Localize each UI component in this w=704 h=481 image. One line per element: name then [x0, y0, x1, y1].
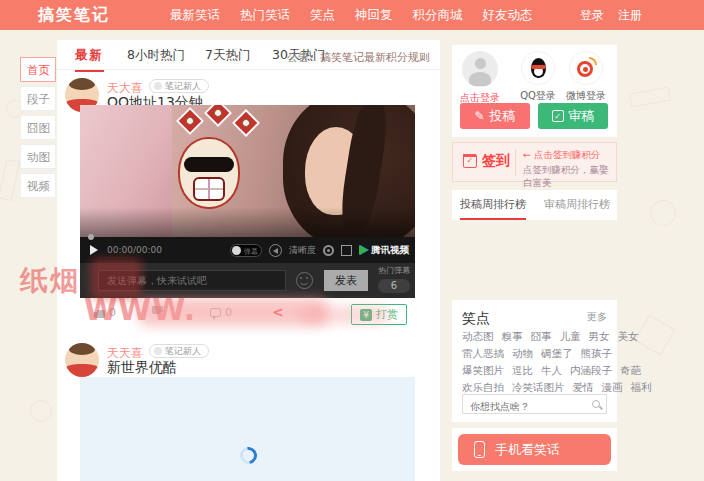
- auth-links: 登录 注册: [580, 0, 642, 30]
- brand-logo[interactable]: 腾讯视频: [359, 244, 409, 257]
- hot-danmaku-label: 热门弹幕: [376, 265, 412, 276]
- weibo-login-label: 微博登录: [564, 89, 608, 103]
- tag-link[interactable]: 糗事: [502, 330, 523, 342]
- tag-link[interactable]: 冷笑话图片: [512, 381, 565, 393]
- tag-link[interactable]: 内涵段子: [570, 364, 612, 376]
- danmaku-send-button[interactable]: 发表: [324, 270, 368, 291]
- post2-title[interactable]: 新世界优酷: [107, 359, 177, 377]
- tag-link[interactable]: 熊孩子: [581, 347, 613, 359]
- login-link[interactable]: 登录: [580, 7, 604, 24]
- doodle-decoration: [629, 87, 671, 108]
- login-panel: 点击登录 QQ登录 微博登录 ✎投稿 ✓审稿: [452, 45, 617, 137]
- nav-item-hot-jokes[interactable]: 热门笑话: [230, 0, 300, 30]
- review-post-button[interactable]: ✓审稿: [538, 103, 608, 129]
- tag-link[interactable]: 逗比: [512, 364, 533, 376]
- tag-link[interactable]: 福利: [631, 381, 652, 393]
- checkin-button[interactable]: 签到: [463, 152, 510, 170]
- thumbs-up-icon: [94, 308, 105, 318]
- tag-link[interactable]: 漫画: [602, 381, 623, 393]
- qq-login[interactable]: QQ登录: [516, 51, 560, 103]
- nav-item-god-replies[interactable]: 神回复: [345, 0, 403, 30]
- tag-link[interactable]: 奇葩: [620, 364, 641, 376]
- review-label: 审稿: [569, 107, 595, 125]
- checkin-earn-points-link[interactable]: ← 点击签到赚积分: [523, 149, 600, 162]
- comment-icon: [210, 308, 221, 317]
- sidebar-item-gifs[interactable]: 动图: [20, 144, 56, 169]
- comment-count: 0: [225, 306, 232, 319]
- tag-link[interactable]: 牛人: [541, 364, 562, 376]
- tags-panel: 笑点 更多 动态图糗事囧事儿童男女美女 雷人恶搞动物碉堡了熊孩子 爆笑图片逗比牛…: [452, 300, 617, 422]
- search-icon[interactable]: [592, 400, 600, 408]
- checkin-label: 签到: [482, 152, 510, 170]
- feed-tabs: 最新 8小时热门 7天热门 30天热门 公告：搞笑笔记最新积分规则: [57, 40, 440, 70]
- tag-link[interactable]: 男女: [589, 330, 610, 342]
- tag-row: 动态图糗事囧事儿童男女美女: [462, 328, 607, 345]
- register-link[interactable]: 注册: [618, 7, 642, 24]
- site-logo[interactable]: 搞笑笔记: [38, 0, 110, 30]
- badge-label: 笔记新人: [165, 345, 201, 357]
- sidebar-item-duanzi[interactable]: 段子: [20, 86, 56, 111]
- tag-link[interactable]: 美女: [618, 330, 639, 342]
- danmaku-input[interactable]: [98, 270, 286, 291]
- doodle-decoration: [635, 315, 676, 356]
- tab-8h-hot[interactable]: 8小时热门: [127, 47, 185, 64]
- user-avatar-placeholder[interactable]: [462, 51, 498, 87]
- tag-link[interactable]: 儿童: [560, 330, 581, 342]
- nav-item-points-mall[interactable]: 积分商城: [403, 0, 473, 30]
- play-button[interactable]: [90, 245, 98, 255]
- danmaku-settings-icon[interactable]: [269, 244, 282, 257]
- sidebar-item-videos[interactable]: 视频: [20, 173, 56, 198]
- video-thumbnail[interactable]: [80, 105, 415, 237]
- nav-item-latest-jokes[interactable]: 最新笑话: [160, 0, 230, 30]
- nav-item-friend-activity[interactable]: 好友动态: [473, 0, 543, 30]
- share-icon: <: [272, 306, 284, 318]
- post2-user-badge: 笔记新人: [149, 344, 209, 358]
- calendar-check-icon: [463, 154, 477, 168]
- tab-latest[interactable]: 最新: [75, 47, 104, 72]
- comment-button[interactable]: 0: [210, 306, 232, 319]
- tags-more-link[interactable]: 更多: [587, 310, 607, 324]
- nav-item-funny-points[interactable]: 笑点: [300, 0, 345, 30]
- video-right-controls: 弹幕 清晰度 腾讯视频: [230, 237, 409, 263]
- like-button[interactable]: 0: [94, 306, 116, 319]
- post1-actions: 0 0 < ¥打赏: [80, 304, 415, 328]
- post2-loading-area: [80, 377, 415, 481]
- reward-button[interactable]: ¥打赏: [351, 304, 407, 325]
- video-player[interactable]: 00:00/00:00 弹幕 清晰度 腾讯视频: [80, 105, 415, 263]
- like-count: 0: [109, 306, 116, 319]
- checklist-icon: ✓: [552, 110, 564, 122]
- tag-link[interactable]: 雷人恶搞: [462, 347, 504, 359]
- doodle-decoration: [650, 200, 676, 226]
- tag-link[interactable]: 碉堡了: [541, 347, 573, 359]
- sidebar-item-jiong-pics[interactable]: 囧图: [20, 115, 56, 140]
- tab-7d-hot[interactable]: 7天热门: [205, 47, 250, 64]
- hot-danmaku-count[interactable]: 6: [378, 279, 410, 293]
- quality-selector[interactable]: 清晰度: [289, 244, 316, 257]
- emoji-icon[interactable]: [296, 272, 313, 289]
- tag-link[interactable]: 动态图: [462, 330, 494, 342]
- video-control-bar: 00:00/00:00 弹幕 清晰度 腾讯视频: [80, 237, 415, 263]
- page: 搞笑笔记 最新笑话 热门笑话 笑点 神回复 积分商城 好友动态 登录 注册 首页…: [0, 0, 704, 481]
- search-input[interactable]: [463, 398, 606, 416]
- danmaku-toggle[interactable]: 弹幕: [230, 244, 262, 257]
- sidebar-item-home[interactable]: 首页: [20, 57, 56, 82]
- tag-link[interactable]: 爆笑图片: [462, 364, 504, 376]
- tab-review-weekly-rank[interactable]: 审稿周排行榜: [544, 197, 610, 212]
- tag-link[interactable]: 囧事: [531, 330, 552, 342]
- submit-post-button[interactable]: ✎投稿: [460, 103, 530, 129]
- danmaku-toggle-label: 弹幕: [244, 247, 258, 257]
- tag-link[interactable]: 动物: [512, 347, 533, 359]
- avatar[interactable]: [65, 343, 99, 377]
- fullscreen-icon[interactable]: [341, 245, 352, 256]
- tag-link[interactable]: 欢乐自拍: [462, 381, 504, 393]
- gear-icon[interactable]: [323, 245, 334, 256]
- mobile-jokes-button[interactable]: 手机看笑话: [458, 434, 611, 465]
- weibo-login[interactable]: 微博登录: [564, 51, 608, 103]
- tab-submit-weekly-rank[interactable]: 投稿周排行榜: [460, 197, 526, 220]
- progress-knob[interactable]: [88, 234, 94, 240]
- tag-link[interactable]: 爱情: [573, 381, 594, 393]
- announcement-link[interactable]: 搞笑笔记最新积分规则: [320, 51, 430, 64]
- share-button[interactable]: <: [272, 306, 284, 318]
- danmaku-bar: 发表 热门弹幕 6: [80, 263, 415, 298]
- dislike-button[interactable]: [152, 306, 163, 316]
